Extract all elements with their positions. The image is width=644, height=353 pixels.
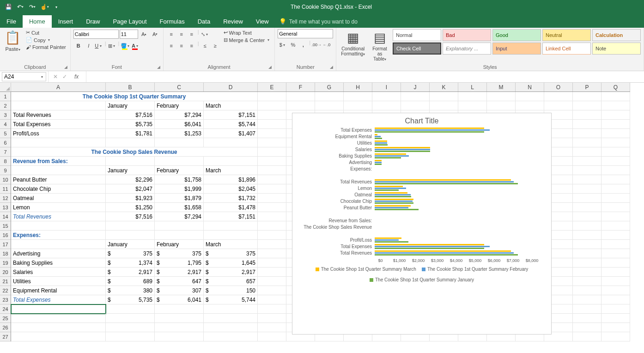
col-header-P[interactable]: P <box>573 83 601 91</box>
cell-E11[interactable] <box>258 184 286 194</box>
col-header-G[interactable]: G <box>315 83 344 91</box>
cell-P15[interactable] <box>573 221 601 231</box>
cell-E22[interactable] <box>258 286 286 295</box>
cell-E17[interactable] <box>258 240 286 249</box>
cell-P12[interactable] <box>573 194 601 203</box>
row-headers[interactable]: 1234567891011121314151617181920212223242… <box>0 92 11 341</box>
wrap-text-button[interactable]: ↩Wrap Text <box>222 29 272 36</box>
cell-E10[interactable] <box>258 175 286 184</box>
row-header-26[interactable]: 26 <box>0 323 11 332</box>
cell-D4[interactable]: $5,744 <box>204 120 258 129</box>
cell-P20[interactable] <box>573 268 601 277</box>
cell-P17[interactable] <box>573 240 601 249</box>
cell-E23[interactable] <box>258 295 286 304</box>
row-header-21[interactable]: 21 <box>0 277 11 286</box>
col-header-C[interactable]: C <box>155 83 204 91</box>
row-header-11[interactable]: 11 <box>0 184 11 194</box>
comma-format-button[interactable]: , <box>298 40 308 50</box>
cell-Q24[interactable] <box>601 304 630 314</box>
cell-P8[interactable] <box>573 157 601 166</box>
row-header-14[interactable]: 14 <box>0 212 11 221</box>
fill-color-button[interactable]: 🪣▾ <box>120 41 130 51</box>
row-header-25[interactable]: 25 <box>0 314 11 323</box>
tab-pagelayout[interactable]: Page Layout <box>107 15 153 28</box>
cell-C19[interactable]: $1,795 <box>155 258 204 268</box>
cell-A10[interactable]: Peanut Butter <box>11 175 106 184</box>
row-header-9[interactable]: 9 <box>0 166 11 175</box>
cell-E25[interactable] <box>258 314 286 323</box>
row-header-24[interactable]: 24 <box>0 304 11 314</box>
cancel-icon[interactable]: ✕ <box>53 73 58 80</box>
cell-D5[interactable]: $1,407 <box>204 129 258 138</box>
row-header-22[interactable]: 22 <box>0 286 11 295</box>
row-header-6[interactable]: 6 <box>0 138 11 147</box>
font-color-button[interactable]: A▾ <box>130 41 140 51</box>
cell-D12[interactable]: $1,732 <box>204 194 258 203</box>
align-center-button[interactable]: ≡ <box>176 41 187 51</box>
cell-B12[interactable]: $1,923 <box>106 194 155 203</box>
cell-D11[interactable]: $2,045 <box>204 184 258 194</box>
cell-D15[interactable] <box>204 221 258 231</box>
cell-Q8[interactable] <box>601 157 630 166</box>
cell-C2[interactable]: February <box>155 101 204 110</box>
cell-A1[interactable]: The Cookie Shop 1st Quarter Summary <box>11 92 258 101</box>
cell-B16[interactable] <box>106 231 155 240</box>
font-name-select[interactable] <box>73 30 119 39</box>
cell-N1[interactable] <box>516 92 544 101</box>
bold-button[interactable]: B <box>73 41 84 51</box>
cell-E7[interactable] <box>258 147 286 157</box>
cell-C4[interactable]: $6,041 <box>155 120 204 129</box>
cell-D17[interactable]: March <box>204 240 258 249</box>
cell-D2[interactable]: March <box>204 101 258 110</box>
cell-A14[interactable]: Total Revenues <box>11 212 106 221</box>
cell-B15[interactable] <box>106 221 155 231</box>
cell-E6[interactable] <box>258 138 286 147</box>
cell-K1[interactable] <box>430 92 458 101</box>
cell-G2[interactable] <box>315 101 344 110</box>
cell-B17[interactable]: January <box>106 240 155 249</box>
tab-data[interactable]: Data <box>191 15 217 28</box>
cell-Q5[interactable] <box>601 129 630 138</box>
cell-J2[interactable] <box>401 101 430 110</box>
tab-insert[interactable]: Insert <box>52 15 80 28</box>
increase-indent-button[interactable]: ≥ <box>210 41 220 51</box>
cell-Q1[interactable] <box>601 92 630 101</box>
cell-A27[interactable] <box>11 332 106 341</box>
cell-P11[interactable] <box>573 184 601 194</box>
select-all-corner[interactable] <box>0 83 11 92</box>
row-header-16[interactable]: 16 <box>0 231 11 240</box>
row-header-20[interactable]: 20 <box>0 268 11 277</box>
cell-C9[interactable]: February <box>155 166 204 175</box>
dialog-launcher-icon[interactable]: ◢ <box>64 65 67 69</box>
row-header-1[interactable]: 1 <box>0 92 11 101</box>
cell-P1[interactable] <box>573 92 601 101</box>
style-calculation[interactable]: Calculation <box>592 29 641 41</box>
cell-C16[interactable] <box>155 231 204 240</box>
cell-E2[interactable] <box>258 101 286 110</box>
align-right-button[interactable]: ≡ <box>187 41 197 51</box>
cell-Q14[interactable] <box>601 212 630 221</box>
cell-Q17[interactable] <box>601 240 630 249</box>
cell-D23[interactable]: $5,744 <box>204 295 258 304</box>
row-header-4[interactable]: 4 <box>0 120 11 129</box>
cell-A24[interactable] <box>11 304 106 314</box>
row-header-27[interactable]: 27 <box>0 332 11 341</box>
cell-Q6[interactable] <box>601 138 630 147</box>
cell-D19[interactable]: $1,645 <box>204 258 258 268</box>
cell-A25[interactable] <box>11 314 106 323</box>
cell-D27[interactable] <box>204 332 258 341</box>
cell-D25[interactable] <box>204 314 258 323</box>
row-header-12[interactable]: 12 <box>0 194 11 203</box>
cell-E14[interactable] <box>258 212 286 221</box>
cell-C3[interactable]: $7,294 <box>155 110 204 120</box>
cell-D24[interactable] <box>204 304 258 314</box>
cell-G1[interactable] <box>315 92 344 101</box>
cell-Q21[interactable] <box>601 277 630 286</box>
cell-E4[interactable] <box>258 120 286 129</box>
cell-A16[interactable]: Expenses: <box>11 231 106 240</box>
style-good[interactable]: Good <box>492 29 541 41</box>
cell-P5[interactable] <box>573 129 601 138</box>
cell-L1[interactable] <box>458 92 487 101</box>
cell-C21[interactable]: $647 <box>155 277 204 286</box>
cell-P13[interactable] <box>573 203 601 212</box>
